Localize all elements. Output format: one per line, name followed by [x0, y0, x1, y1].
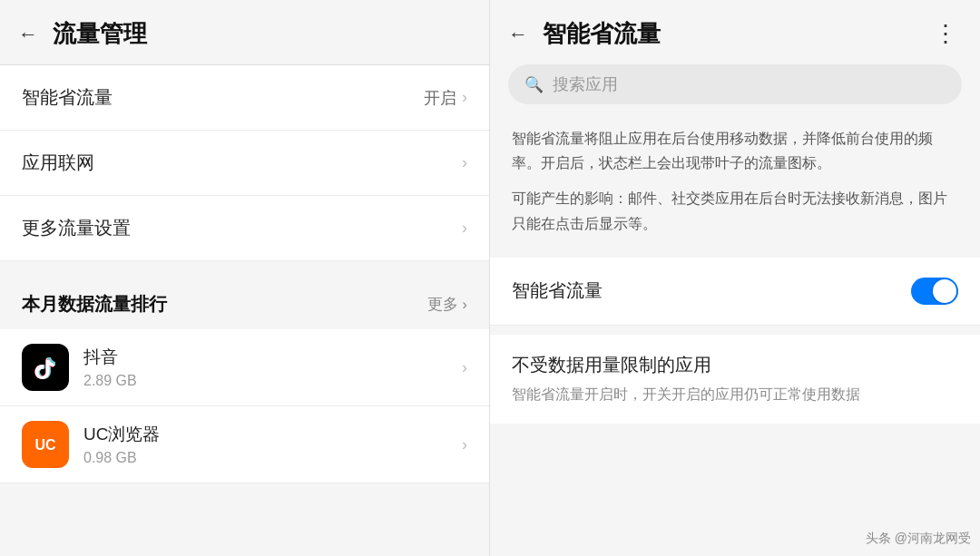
- app-icon-douyin: [22, 344, 69, 391]
- svg-text:UC: UC: [34, 437, 56, 453]
- app-size-uc: 0.98 GB: [83, 450, 447, 466]
- unrestricted-title: 不受数据用量限制的应用: [512, 353, 958, 377]
- menu-item-status-smart-save: 开启: [424, 87, 456, 109]
- app-icon-uc: UC: [22, 421, 69, 468]
- chevron-icon-smart-save: ›: [462, 88, 467, 107]
- unrestricted-description: 智能省流量开启时，开关开启的应用仍可正常使用数据: [512, 383, 958, 406]
- description-text-1: 智能省流量将阻止应用在后台使用移动数据，并降低前台使用的频率。开启后，状态栏上会…: [512, 126, 958, 175]
- section-header-ranking: 本月数据流量排行 更多 ›: [0, 276, 489, 329]
- app-info-douyin: 抖音 2.89 GB: [83, 346, 447, 389]
- chevron-icon-more-settings: ›: [462, 219, 467, 238]
- right-header: ← 智能省流量 ⋮: [490, 0, 980, 64]
- menu-item-label-smart-save: 智能省流量: [22, 85, 113, 110]
- toggle-switch-smart-save[interactable]: [911, 278, 958, 305]
- left-panel-title: 流量管理: [53, 18, 147, 50]
- toggle-knob: [933, 279, 956, 303]
- app-item-uc[interactable]: UC UC浏览器 0.98 GB ›: [0, 406, 489, 483]
- app-name-uc: UC浏览器: [83, 423, 447, 446]
- section-more-button[interactable]: 更多 ›: [427, 294, 467, 315]
- left-panel: ← 流量管理 智能省流量 开启 › 应用联网 › 更多流量设置 › 本月数据流量…: [0, 0, 490, 556]
- app-name-douyin: 抖音: [83, 346, 447, 369]
- menu-item-right-app-network: ›: [462, 153, 467, 172]
- app-item-douyin[interactable]: 抖音 2.89 GB ›: [0, 329, 489, 406]
- left-back-button[interactable]: ←: [18, 23, 38, 46]
- toggle-label-smart-save: 智能省流量: [512, 278, 603, 303]
- menu-item-smart-save[interactable]: 智能省流量 开启 ›: [0, 65, 489, 131]
- menu-item-right-more-settings: ›: [462, 219, 467, 238]
- menu-item-app-network[interactable]: 应用联网 ›: [0, 131, 489, 196]
- description-block: 智能省流量将阻止应用在后台使用移动数据，并降低前台使用的频率。开启后，状态栏上会…: [490, 113, 980, 249]
- settings-section: 智能省流量: [490, 258, 980, 326]
- chevron-icon-app-network: ›: [462, 153, 467, 172]
- menu-item-right-smart-save: 开启 ›: [424, 87, 467, 109]
- description-text-2: 可能产生的影响：邮件、社交类应用在后台时无法接收新消息，图片只能在点击后显示等。: [512, 186, 958, 235]
- toggle-item-smart-save[interactable]: 智能省流量: [490, 258, 980, 326]
- menu-item-label-more-settings: 更多流量设置: [22, 216, 131, 240]
- section-gap: [0, 261, 489, 276]
- right-back-button[interactable]: ←: [508, 23, 528, 46]
- chevron-icon-douyin: ›: [462, 358, 467, 377]
- search-placeholder: 搜索应用: [553, 73, 618, 95]
- right-header-left: ← 智能省流量: [508, 18, 661, 50]
- right-panel: ← 智能省流量 ⋮ 🔍 搜索应用 智能省流量将阻止应用在后台使用移动数据，并降低…: [490, 0, 980, 556]
- left-header: ← 流量管理: [0, 0, 489, 64]
- section-title-ranking: 本月数据流量排行: [22, 292, 167, 317]
- right-panel-title: 智能省流量: [543, 18, 661, 50]
- unrestricted-content: 不受数据用量限制的应用 智能省流量开启时，开关开启的应用仍可正常使用数据: [490, 335, 980, 424]
- more-options-button[interactable]: ⋮: [934, 20, 958, 48]
- search-bar[interactable]: 🔍 搜索应用: [508, 64, 962, 104]
- section-more-label: 更多: [427, 294, 458, 315]
- unrestricted-section: 不受数据用量限制的应用 智能省流量开启时，开关开启的应用仍可正常使用数据: [490, 335, 980, 424]
- menu-item-label-app-network: 应用联网: [22, 151, 94, 175]
- app-info-uc: UC浏览器 0.98 GB: [83, 423, 447, 466]
- watermark: 头条 @河南龙网受: [866, 531, 971, 547]
- app-size-douyin: 2.89 GB: [83, 373, 447, 389]
- chevron-icon-uc: ›: [462, 435, 467, 454]
- section-more-chevron: ›: [462, 296, 467, 314]
- menu-item-more-settings[interactable]: 更多流量设置 ›: [0, 196, 489, 261]
- search-icon: 🔍: [524, 75, 544, 94]
